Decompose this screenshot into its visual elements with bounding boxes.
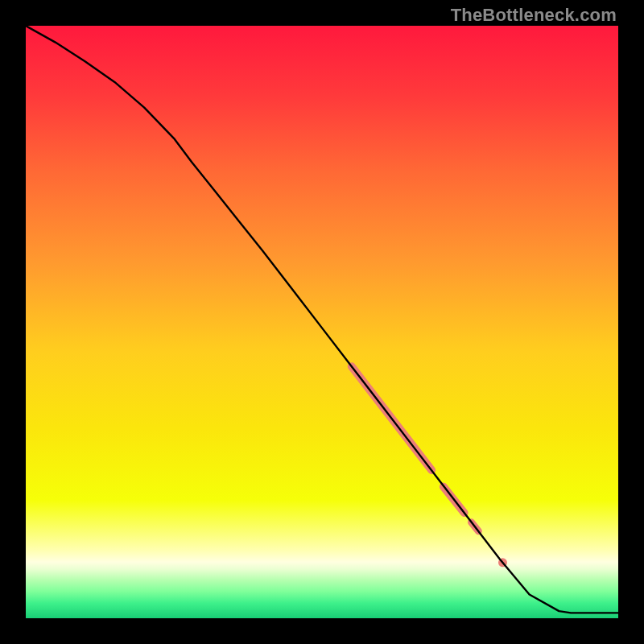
curve-layer xyxy=(26,26,618,618)
chart-stage: TheBottleneck.com xyxy=(0,0,644,644)
watermark-text: TheBottleneck.com xyxy=(451,5,617,26)
plot-area xyxy=(26,26,618,618)
bottleneck-curve xyxy=(26,26,618,613)
